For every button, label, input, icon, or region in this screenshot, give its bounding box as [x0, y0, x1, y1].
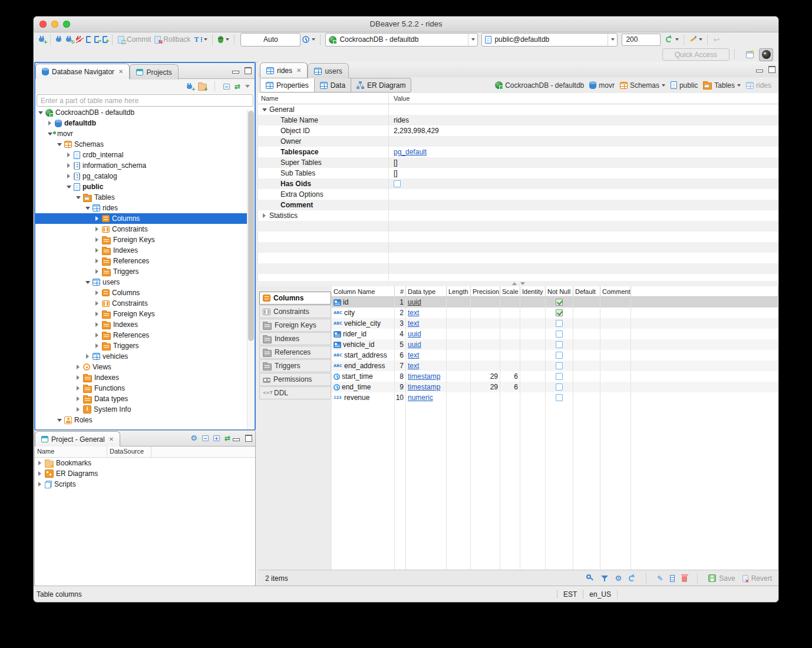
tree-item-constraints[interactable]: Constraints: [35, 224, 255, 234]
link-with-editor-icon[interactable]: ⇄: [235, 83, 240, 90]
expand-arrow-icon[interactable]: [94, 269, 100, 274]
cell-ordinal[interactable]: 6: [395, 350, 406, 361]
cell-length[interactable]: [447, 361, 471, 371]
not-null-checkbox[interactable]: [556, 320, 563, 327]
expand-arrow-icon[interactable]: [94, 301, 100, 306]
data-type-link[interactable]: uuid: [408, 298, 421, 306]
grid-row-start_address[interactable]: ABCstart_address6text: [332, 350, 778, 361]
expand-arrow-icon[interactable]: [94, 248, 100, 253]
data-type-link[interactable]: timestamp: [408, 372, 440, 381]
cell-identity[interactable]: [520, 382, 546, 392]
cell-data-type[interactable]: text: [406, 350, 447, 361]
cell-comment[interactable]: [600, 318, 631, 329]
expand-arrow-icon[interactable]: [47, 121, 52, 125]
tree-item-views[interactable]: Views: [35, 362, 255, 372]
cell-identity[interactable]: [520, 339, 546, 350]
cell-column-name[interactable]: ABCcity: [332, 308, 395, 318]
cell-identity[interactable]: [520, 329, 546, 339]
data-type-link[interactable]: text: [408, 309, 419, 317]
cell-data-type[interactable]: uuid: [406, 339, 447, 350]
gear-icon[interactable]: ⚙: [615, 574, 622, 582]
new-connection-button[interactable]: +: [37, 33, 47, 46]
detail-tab-ddl[interactable]: <>TDDL: [259, 386, 331, 399]
commit-button[interactable]: □ Commit: [116, 33, 153, 46]
cell-identity[interactable]: [520, 392, 546, 403]
maximize-icon[interactable]: [245, 67, 252, 74]
collapse-arrow-icon[interactable]: [38, 111, 43, 114]
cell-default[interactable]: [573, 371, 600, 382]
has-oids-checkbox[interactable]: [394, 180, 401, 187]
cell-data-type[interactable]: text: [406, 308, 447, 318]
cell-ordinal[interactable]: 7: [395, 361, 406, 371]
collapse-arrow-icon[interactable]: [85, 207, 90, 210]
cell-default[interactable]: [573, 350, 600, 361]
expand-arrow-icon[interactable]: [37, 461, 42, 465]
generate-sql-button[interactable]: [688, 33, 704, 46]
property-row-general[interactable]: General: [258, 104, 778, 115]
expand-arrow-icon[interactable]: [75, 407, 81, 412]
fetch-size-input[interactable]: [622, 34, 661, 46]
not-null-checkbox[interactable]: [556, 373, 563, 380]
chevron-down-icon[interactable]: [662, 84, 665, 87]
cell-data-type[interactable]: text: [406, 361, 447, 371]
expand-arrow-icon[interactable]: [94, 237, 100, 242]
cell-not-null[interactable]: [546, 371, 573, 382]
expand-arrow-icon[interactable]: [75, 375, 81, 380]
cell-ordinal[interactable]: 10: [395, 392, 406, 403]
tree-item-references[interactable]: References: [35, 256, 255, 266]
grid-header-length[interactable]: Length: [447, 286, 471, 296]
tree-item-users[interactable]: users: [35, 277, 255, 287]
expand-arrow-icon[interactable]: [94, 343, 100, 348]
cell-scale[interactable]: [500, 339, 520, 350]
connection-dropdown-button[interactable]: [468, 34, 477, 46]
splitter-sash[interactable]: [258, 281, 778, 286]
editor-tab-users[interactable]: users: [308, 63, 348, 78]
not-null-checkbox[interactable]: [556, 299, 563, 306]
not-null-checkbox[interactable]: [556, 341, 563, 348]
tree-item-foreign-keys[interactable]: Foreign Keys: [35, 234, 255, 245]
grid-row-end_address[interactable]: ABCend_address7text: [332, 361, 778, 371]
tree-item-indexes[interactable]: Indexes: [35, 245, 255, 256]
revert-button[interactable]: Revert: [742, 574, 772, 583]
collapse-all-icon[interactable]: [223, 84, 230, 90]
search-icon[interactable]: [586, 574, 594, 582]
grid-row-id[interactable]: id1uuid: [332, 297, 778, 308]
cell-comment[interactable]: [600, 339, 631, 350]
data-type-link[interactable]: text: [408, 319, 419, 328]
tree-item-triggers[interactable]: Triggers: [35, 340, 255, 351]
expand-arrow-icon[interactable]: [66, 174, 71, 178]
cell-default[interactable]: [573, 329, 600, 339]
tree-item-rides[interactable]: rides: [35, 203, 255, 213]
tree-item-data-types[interactable]: Data types: [35, 394, 255, 404]
tree-item-columns[interactable]: Columns: [35, 287, 255, 298]
cell-identity[interactable]: [520, 318, 546, 329]
expand-arrow-icon[interactable]: [37, 471, 42, 476]
cell-not-null[interactable]: [546, 392, 573, 403]
quick-access-button[interactable]: Quick Access: [662, 48, 730, 61]
cell-data-type[interactable]: numeric: [406, 392, 447, 403]
connection-combo[interactable]: CockroachDB - defaultdb: [325, 33, 478, 47]
cell-scale[interactable]: [500, 361, 520, 371]
expand-arrow-icon[interactable]: [94, 216, 100, 221]
tree-item-schemas[interactable]: Schemas: [35, 139, 255, 150]
expand-arrow-icon[interactable]: [94, 312, 100, 316]
sash-down-icon[interactable]: [520, 282, 525, 285]
grid-header-scale[interactable]: Scale: [500, 286, 520, 296]
tree-item-crdb-internal[interactable]: crdb_internal: [35, 150, 255, 160]
column-header-datasource[interactable]: DataSource: [107, 447, 151, 457]
edit-icon[interactable]: ✎: [657, 575, 663, 582]
cell-precision[interactable]: [471, 392, 500, 403]
cell-scale[interactable]: [500, 392, 520, 403]
detail-tab-triggers[interactable]: Triggers: [259, 359, 331, 372]
grid-row-revenue[interactable]: 123revenue10numeric: [332, 392, 778, 403]
cell-default[interactable]: [573, 297, 600, 308]
minimize-icon[interactable]: [233, 438, 240, 441]
cell-data-type[interactable]: timestamp: [406, 371, 447, 382]
timezone-indicator[interactable]: EST: [563, 590, 577, 599]
collapse-arrow-icon[interactable]: [47, 133, 52, 135]
expand-arrow-icon[interactable]: [94, 259, 100, 263]
cell-ordinal[interactable]: 3: [395, 318, 406, 329]
tab-projects[interactable]: Projects: [130, 64, 178, 80]
cell-comment[interactable]: [600, 350, 631, 361]
cell-ordinal[interactable]: 2: [395, 308, 406, 318]
